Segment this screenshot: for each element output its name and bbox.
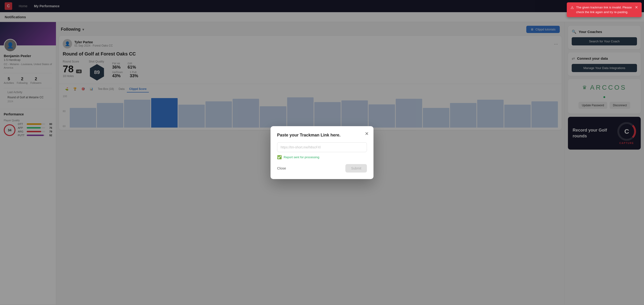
toast-close-button[interactable]: ✕ [635, 5, 638, 10]
modal-close-x-button[interactable]: ✕ [365, 131, 369, 136]
toast-message: The given trackman link is invalid. Plea… [576, 5, 632, 14]
modal-actions: Close Submit [277, 164, 367, 172]
toast-warning-icon: ⚠ [570, 6, 574, 10]
modal-close-button[interactable]: Close [277, 166, 286, 170]
modal-overlay[interactable]: Paste your Trackman Link here. ✕ ✅ Repor… [0, 0, 644, 305]
modal-title: Paste your Trackman Link here. [277, 133, 367, 138]
trackman-link-input[interactable] [277, 142, 367, 152]
error-toast: ⚠ The given trackman link is invalid. Pl… [567, 2, 642, 17]
success-check-icon: ✅ [277, 155, 282, 160]
trackman-modal: Paste your Trackman Link here. ✕ ✅ Repor… [270, 126, 374, 179]
success-text: Report sent for processing [284, 156, 319, 159]
modal-success-message: ✅ Report sent for processing [277, 155, 367, 160]
modal-submit-button[interactable]: Submit [346, 164, 367, 172]
